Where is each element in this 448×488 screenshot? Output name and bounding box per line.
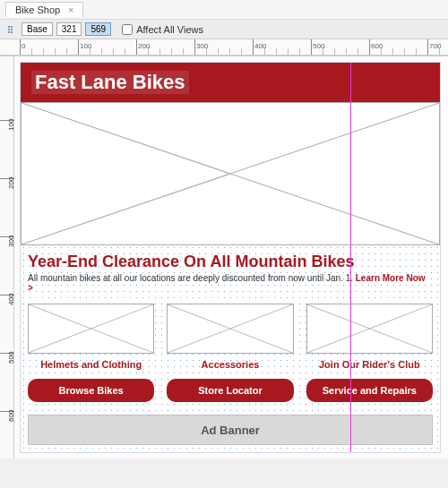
card-label: Accessories <box>167 359 293 370</box>
breakpoint-321[interactable]: 321 <box>56 22 82 36</box>
ad-banner-placeholder[interactable]: Ad Banner <box>28 415 433 445</box>
subline-text: All mountain bikes at all our locations … <box>28 273 353 283</box>
site-banner[interactable]: Fast Lane Bikes <box>21 63 440 102</box>
svg-point-4 <box>11 29 13 30</box>
breakpoint-569[interactable]: 569 <box>85 22 111 36</box>
subheadline[interactable]: All mountain bikes at all our locations … <box>21 273 440 296</box>
breakpoint-base[interactable]: Base <box>22 22 53 36</box>
tab-title: Bike Shop <box>15 4 60 15</box>
svg-point-5 <box>11 31 13 33</box>
card-helmets[interactable]: Helmets and Clothing <box>28 304 154 370</box>
image-placeholder[interactable] <box>306 304 433 354</box>
vertical-guide[interactable] <box>350 63 351 452</box>
button-row: Browse Bikes Store Locator Service and R… <box>21 370 440 409</box>
store-locator-button[interactable]: Store Locator <box>167 379 293 402</box>
horizontal-ruler: 0100200300400500600700 <box>0 39 448 56</box>
vertical-ruler: 100200300400500600700 <box>0 56 14 458</box>
service-repairs-button[interactable]: Service and Repairs <box>306 379 433 402</box>
document-tab[interactable]: Bike Shop × <box>5 2 83 17</box>
site-title: Fast Lane Bikes <box>31 71 189 94</box>
close-icon[interactable]: × <box>68 5 73 15</box>
card-accessories[interactable]: Accessories <box>167 304 293 370</box>
card-row: Helmets and Clothing Accessories Join Ou… <box>21 296 440 370</box>
svg-point-3 <box>11 26 13 28</box>
affect-all-views-checkbox[interactable]: Affect All Views <box>122 24 203 35</box>
headline[interactable]: Year-End Clearance On All Mountain Bikes <box>21 245 440 273</box>
svg-point-2 <box>8 31 10 33</box>
image-placeholder[interactable] <box>167 304 293 354</box>
affect-all-label: Affect All Views <box>136 24 203 35</box>
image-placeholder[interactable] <box>28 304 154 354</box>
card-label: Join Our Rider's Club <box>306 359 433 370</box>
browse-bikes-button[interactable]: Browse Bikes <box>28 379 154 402</box>
affect-all-checkbox-input[interactable] <box>122 24 133 35</box>
svg-point-1 <box>8 29 10 30</box>
design-canvas[interactable]: Fast Lane Bikes Year-End Clearance On Al… <box>20 62 441 453</box>
svg-point-0 <box>8 26 10 28</box>
hero-image-placeholder[interactable] <box>21 102 440 245</box>
grip-icon <box>5 23 18 36</box>
card-label: Helmets and Clothing <box>28 359 154 370</box>
ad-label: Ad Banner <box>201 424 260 437</box>
card-riders-club[interactable]: Join Our Rider's Club <box>306 304 433 370</box>
